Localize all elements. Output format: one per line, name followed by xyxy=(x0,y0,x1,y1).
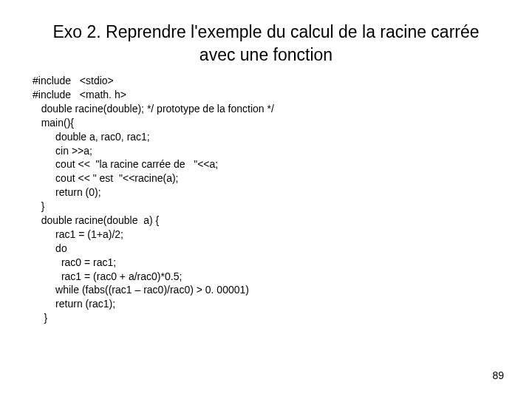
slide: Exo 2. Reprendre l'exemple du calcul de … xyxy=(0,0,532,399)
code-block: #include <stdio> #include <math. h> doub… xyxy=(33,74,502,325)
title-line-2: avec une fonction xyxy=(200,45,332,64)
page-number: 89 xyxy=(492,369,504,381)
title-line-1: Exo 2. Reprendre l'exemple du calcul de … xyxy=(52,22,479,41)
slide-title: Exo 2. Reprendre l'exemple du calcul de … xyxy=(30,21,502,66)
